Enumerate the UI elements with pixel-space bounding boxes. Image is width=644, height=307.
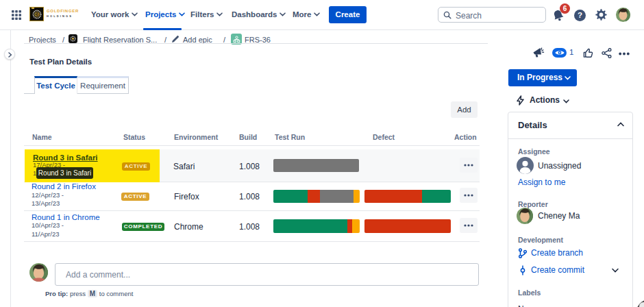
- svg-text:GF: GF: [34, 13, 39, 16]
